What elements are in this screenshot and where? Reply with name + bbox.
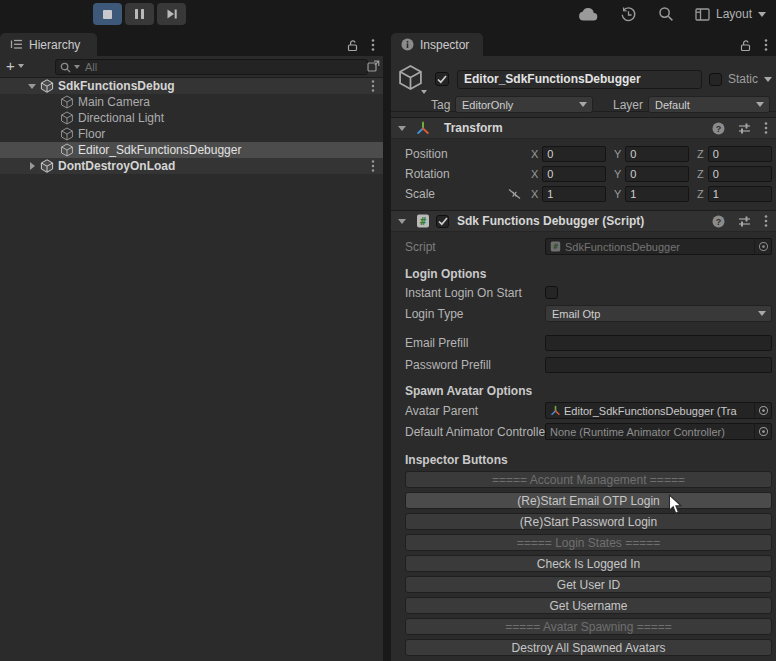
kebab-menu-icon[interactable] [371, 159, 375, 173]
presets-icon[interactable] [738, 215, 751, 228]
component-enabled-checkbox[interactable] [436, 215, 449, 228]
check-icon [437, 75, 447, 84]
hierarchy-item[interactable]: SdkFunctionsDebug [0, 78, 383, 94]
foldout-open-icon[interactable] [26, 84, 38, 89]
active-checkbox[interactable] [435, 72, 449, 86]
position-y-field[interactable]: 0 [625, 146, 689, 162]
check-is-logged-in-button[interactable]: Check Is Logged In [405, 555, 772, 572]
kebab-menu-icon[interactable] [371, 79, 375, 93]
scale-y-field[interactable]: 1 [625, 186, 689, 202]
kebab-menu-icon[interactable] [764, 121, 768, 135]
history-icon[interactable] [620, 6, 637, 23]
avatar-parent-object-field[interactable]: Editor_SdkFunctionsDebugger (Tra [545, 402, 772, 419]
gameobject-cube-icon [60, 143, 74, 157]
transform-gizmo-icon [550, 405, 561, 416]
login-type-row: Login Type Email Otp [391, 305, 776, 322]
password-prefill-field[interactable] [545, 357, 772, 373]
axis-x-label: X [531, 148, 538, 160]
avatar-parent-label: Avatar Parent [405, 404, 545, 418]
script-label: Script [405, 240, 545, 254]
scene-picker-icon[interactable] [367, 60, 380, 73]
transform-header[interactable]: Transform ? [391, 117, 776, 139]
spawn-avatar-options-header: Spawn Avatar Options [391, 384, 776, 398]
hierarchy-item[interactable]: Main Camera [0, 94, 383, 110]
restart-email-otp-login-button[interactable]: (Re)Start Email OTP Login [405, 492, 772, 509]
gameobject-icon[interactable] [397, 64, 429, 94]
pause-button[interactable] [125, 3, 154, 25]
position-z-field[interactable]: 0 [708, 146, 772, 162]
default-animator-value: None (Runtime Animator Controller) [550, 426, 754, 438]
step-button[interactable] [157, 3, 186, 25]
password-prefill-row: Password Prefill [391, 356, 776, 373]
lock-icon[interactable] [739, 39, 752, 52]
search-icon[interactable] [658, 6, 674, 22]
rotation-row: Rotation X0 Y0 Z0 [391, 165, 776, 183]
help-icon[interactable]: ? [712, 122, 725, 135]
get-user-id-button[interactable]: Get User ID [405, 576, 772, 593]
instant-login-checkbox[interactable] [545, 286, 558, 299]
kebab-menu-icon[interactable] [764, 38, 768, 52]
mouse-cursor [668, 494, 684, 516]
rotation-label: Rotation [405, 167, 507, 181]
hierarchy-item[interactable]: Directional Light [0, 110, 383, 126]
restart-password-login-button[interactable]: (Re)Start Password Login [405, 513, 772, 530]
get-username-button[interactable]: Get Username [405, 597, 772, 614]
add-gameobject-button[interactable]: + [6, 58, 24, 73]
axis-z-label: Z [697, 168, 704, 180]
object-picker-icon[interactable] [754, 239, 771, 254]
tag-dropdown[interactable]: EditorOnly [455, 96, 593, 113]
script-component-header[interactable]: # Sdk Functions Debugger (Script) ? [391, 210, 776, 232]
default-animator-object-field[interactable]: None (Runtime Animator Controller) [545, 423, 772, 440]
axis-z-label: Z [697, 188, 704, 200]
hierarchy-item-selected[interactable]: Editor_SdkFunctionsDebugger [0, 142, 383, 158]
hierarchy-item[interactable]: DontDestroyOnLoad [0, 158, 383, 174]
csharp-script-icon: # [550, 241, 561, 252]
rotation-x-field[interactable]: 0 [542, 166, 606, 182]
kebab-menu-icon[interactable] [371, 38, 375, 52]
tag-value: EditorOnly [462, 99, 513, 111]
tab-hierarchy[interactable]: Hierarchy [0, 33, 97, 56]
svg-text:?: ? [716, 216, 722, 226]
foldout-open-icon[interactable] [396, 219, 408, 224]
help-icon[interactable]: ? [712, 215, 725, 228]
scale-x-field[interactable]: 1 [542, 186, 606, 202]
play-stop-button[interactable] [93, 3, 122, 25]
rotation-y-field[interactable]: 0 [625, 166, 689, 182]
inspector-buttons-header: Inspector Buttons [391, 453, 776, 467]
rotation-z-field[interactable]: 0 [708, 166, 772, 182]
layout-dropdown[interactable]: Layout [695, 7, 766, 21]
inspector-buttons-list: ===== Account Management ===== (Re)Start… [391, 471, 776, 656]
item-label: Editor_SdkFunctionsDebugger [78, 143, 241, 157]
login-type-dropdown[interactable]: Email Otp [545, 305, 772, 322]
gameobject-name-field[interactable]: Editor_SdkFunctionsDebugger [457, 70, 702, 89]
hierarchy-item[interactable]: Floor [0, 126, 383, 142]
kebab-menu-icon[interactable] [764, 214, 768, 228]
position-x-field[interactable]: 0 [542, 146, 606, 162]
cloud-icon[interactable] [578, 7, 599, 21]
static-checkbox[interactable] [709, 73, 722, 86]
unlinked-scale-icon[interactable] [507, 188, 522, 200]
search-filter-caret-icon [74, 65, 80, 69]
hierarchy-panel: Hierarchy + All [0, 28, 383, 661]
foldout-open-icon[interactable] [396, 126, 408, 131]
static-flags-caret-icon[interactable] [764, 77, 772, 82]
object-picker-icon[interactable] [754, 424, 771, 439]
axis-y-label: Y [614, 188, 621, 200]
email-prefill-field[interactable] [545, 335, 772, 351]
object-picker-icon[interactable] [754, 403, 771, 418]
tab-inspector[interactable]: Inspector [391, 33, 483, 56]
item-label: Floor [78, 127, 105, 141]
scale-row: Scale X1 Y1 Z1 [391, 185, 776, 203]
axis-x-label: X [531, 188, 538, 200]
hierarchy-search-input[interactable]: All [55, 59, 368, 75]
gameobject-cube-icon [60, 127, 74, 141]
item-label: SdkFunctionsDebug [58, 79, 175, 93]
foldout-closed-icon[interactable] [26, 162, 38, 170]
tag-label: Tag [431, 98, 453, 112]
layer-dropdown[interactable]: Default [648, 96, 770, 113]
presets-icon[interactable] [738, 122, 751, 135]
scale-z-field[interactable]: 1 [708, 186, 772, 202]
destroy-all-spawned-avatars-button[interactable]: Destroy All Spawned Avatars [405, 639, 772, 656]
lock-icon[interactable] [346, 39, 359, 52]
email-prefill-label: Email Prefill [405, 336, 545, 350]
